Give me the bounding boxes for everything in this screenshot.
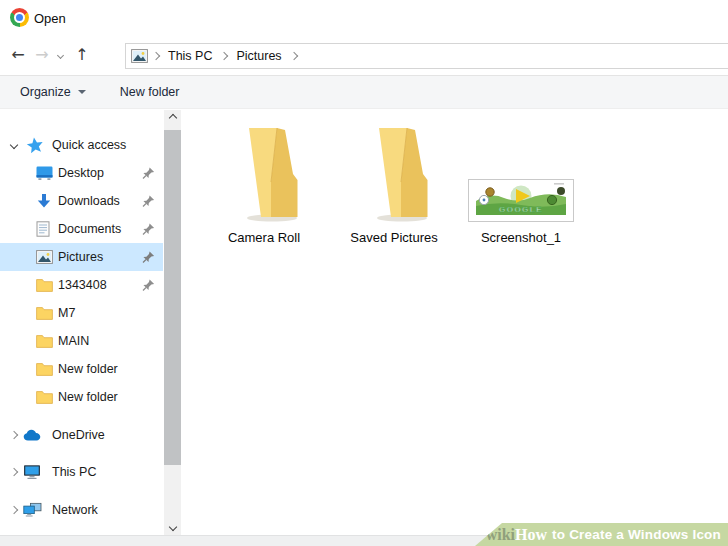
expand-chevron-icon[interactable]	[7, 138, 21, 152]
folder-icon	[36, 334, 53, 348]
sidebar-item-label: 1343408	[58, 278, 107, 292]
image-thumbnail: GOOGLE	[456, 126, 586, 222]
breadcrumb-chevron-icon	[220, 52, 228, 60]
pin-icon	[142, 167, 155, 180]
folder-icon	[36, 278, 53, 292]
network-icon	[23, 503, 42, 518]
sidebar-scrollbar[interactable]	[164, 110, 181, 535]
location-pictures-icon	[131, 49, 148, 63]
scrollbar-thumb[interactable]	[164, 130, 181, 465]
address-bar[interactable]: This PC Pictures	[125, 43, 728, 69]
title-bar: Open	[0, 0, 728, 40]
file-tile-screenshot-1[interactable]: GOOGLE Screenshot_1	[456, 126, 586, 245]
sidebar-item-downloads[interactable]: Downloads	[0, 187, 163, 215]
sidebar-item-new-folder-1[interactable]: New folder	[0, 355, 163, 383]
sidebar-item-this-pc[interactable]: This PC	[0, 458, 163, 486]
folder-large-icon	[199, 126, 329, 222]
new-folder-label: New folder	[120, 85, 180, 99]
navigation-pane: Quick access Desktop	[0, 110, 163, 535]
navigation-bar: ← → ↑ This PC Pictures	[0, 40, 728, 75]
scroll-up-button[interactable]	[164, 110, 181, 126]
sidebar-item-1343408[interactable]: 1343408	[0, 271, 163, 299]
sidebar-item-label: M7	[58, 306, 75, 320]
folder-icon	[36, 306, 53, 320]
window-title: Open	[34, 11, 66, 26]
file-tile-camera-roll[interactable]: Camera Roll	[199, 126, 329, 245]
back-button[interactable]: ←	[6, 42, 30, 68]
sidebar-item-documents[interactable]: Documents	[0, 215, 163, 243]
organize-button[interactable]: Organize	[20, 85, 86, 99]
onedrive-icon	[23, 429, 42, 442]
sidebar-item-onedrive[interactable]: OneDrive	[0, 421, 163, 449]
recent-locations-chevron-icon[interactable]	[52, 42, 68, 68]
sidebar-item-label: Network	[52, 503, 98, 517]
file-name: Camera Roll	[199, 230, 329, 245]
sidebar-item-label: Quick access	[52, 138, 126, 152]
file-tile-saved-pictures[interactable]: Saved Pictures	[329, 126, 459, 245]
up-button[interactable]: ↑	[70, 42, 94, 68]
watermark-caption-text: to Create a Windows Icon	[552, 527, 721, 542]
wikihow-watermark: wikiHow to Create a Windows Icon	[475, 523, 728, 546]
folder-icon	[36, 362, 53, 376]
doodle-text: GOOGLE	[499, 205, 543, 214]
open-file-dialog: Open ← → ↑ This PC Pictures Orga	[0, 0, 728, 546]
caret-down-icon	[78, 90, 86, 94]
file-name: Screenshot_1	[456, 230, 586, 245]
file-name: Saved Pictures	[329, 230, 459, 245]
sidebar-item-label: This PC	[52, 465, 96, 479]
scroll-down-button[interactable]	[164, 519, 181, 535]
desktop-icon	[36, 166, 53, 181]
breadcrumb-chevron-icon	[152, 52, 160, 60]
collapse-chevron-icon[interactable]	[7, 428, 21, 442]
sidebar-item-quick-access[interactable]: Quick access	[0, 131, 163, 159]
folder-large-icon	[329, 126, 459, 222]
sidebar-item-pictures[interactable]: Pictures	[0, 243, 163, 271]
file-list-area: Camera Roll Saved Pictures	[182, 110, 728, 535]
sidebar-item-label: New folder	[58, 362, 118, 376]
pictures-icon	[36, 250, 53, 264]
folder-icon	[36, 390, 53, 404]
collapse-chevron-icon[interactable]	[7, 465, 21, 479]
watermark-how-text: How	[515, 526, 547, 544]
quick-access-star-icon	[26, 137, 43, 153]
sidebar-item-network[interactable]: Network	[0, 496, 163, 524]
sidebar-item-label: Pictures	[58, 250, 103, 264]
sidebar-item-label: Downloads	[58, 194, 120, 208]
collapse-chevron-icon[interactable]	[7, 503, 21, 517]
document-icon	[36, 221, 50, 237]
organize-label: Organize	[20, 85, 71, 99]
forward-button[interactable]: →	[30, 42, 54, 68]
breadcrumb-pictures[interactable]: Pictures	[232, 49, 285, 63]
sidebar-item-label: MAIN	[58, 334, 89, 348]
command-toolbar: Organize New folder	[0, 75, 728, 109]
pin-icon	[142, 223, 155, 236]
pin-icon	[142, 195, 155, 208]
sidebar-item-label: Documents	[58, 222, 121, 236]
new-folder-button[interactable]: New folder	[120, 85, 180, 99]
sidebar-item-main[interactable]: MAIN	[0, 327, 163, 355]
sidebar-item-desktop[interactable]: Desktop	[0, 159, 163, 187]
downloads-icon	[36, 193, 52, 209]
pin-icon	[142, 279, 155, 292]
sidebar-item-label: Desktop	[58, 166, 104, 180]
sidebar-item-m7[interactable]: M7	[0, 299, 163, 327]
sidebar-item-label: New folder	[58, 390, 118, 404]
chrome-icon	[10, 8, 29, 27]
sidebar-item-label: OneDrive	[52, 428, 105, 442]
sidebar-item-new-folder-2[interactable]: New folder	[0, 383, 163, 411]
thispc-icon	[23, 465, 41, 480]
pin-icon	[142, 251, 155, 264]
breadcrumb-this-pc[interactable]: This PC	[164, 49, 216, 63]
breadcrumb-chevron-icon	[289, 52, 297, 60]
